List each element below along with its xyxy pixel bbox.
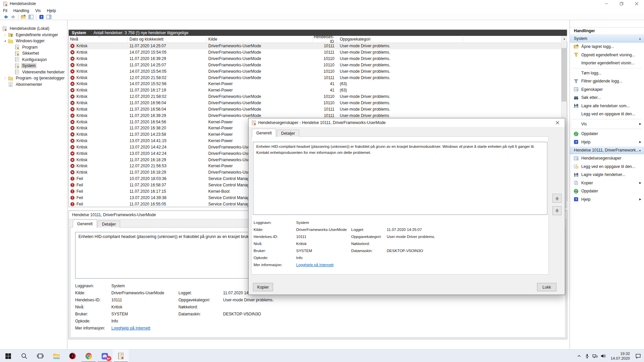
action-oppdater[interactable]: Oppdater xyxy=(570,130,644,138)
tab-detaljer[interactable]: Detaljer xyxy=(277,130,299,137)
event-row[interactable]: Kritisk12.07.2020 21:58:02DriverFramewor… xyxy=(69,94,561,100)
action-section-system[interactable]: System▲ xyxy=(570,35,644,43)
event-row[interactable]: Kritisk11.07.2020 14:25:07DriverFramewor… xyxy=(69,43,561,49)
properties-icon xyxy=(573,87,579,92)
event-row[interactable]: Kritisk11.07.2020 16:39:29DriverFramewor… xyxy=(69,56,561,62)
scroll-up-icon[interactable]: ▲ xyxy=(561,36,567,42)
taskbar-chrome-icon[interactable] xyxy=(80,350,97,362)
tree-item-konfigurasjon[interactable]: Konfigurasjon xyxy=(0,57,67,63)
action-oppdater[interactable]: Oppdater xyxy=(570,187,644,195)
event-row[interactable]: Kritisk11.07.2020 16:56:04DriverFramewor… xyxy=(69,100,561,106)
taskbar-start-button[interactable] xyxy=(0,350,16,362)
menu-vis[interactable]: Vis xyxy=(32,7,44,14)
column-header-oppgavekategori[interactable]: Oppgavekategori xyxy=(337,36,463,43)
tab-generelt[interactable]: Generelt xyxy=(73,220,97,228)
action-hjelp[interactable]: ?Hjelp▶ xyxy=(570,138,644,146)
action-label: Legg ved en oppgave til den... xyxy=(581,164,644,169)
log-help-link[interactable]: Logghjelp på Internett xyxy=(296,263,351,267)
action-importer-egendefinert-visnin[interactable]: Importer egendefinert visnin... xyxy=(570,59,644,67)
notification-badge: 9+ xyxy=(106,356,111,361)
taskbar-red-app-icon[interactable] xyxy=(64,350,80,362)
action-legg-ved-en-oppgave-til-den[interactable]: Legg ved en oppgave til den... xyxy=(570,110,644,118)
back-icon[interactable] xyxy=(2,14,9,20)
tree-item-windows-logger[interactable]: Windows-logger xyxy=(0,38,67,44)
chevron-down-icon[interactable] xyxy=(2,39,8,43)
action-hjelp[interactable]: ?Hjelp▶ xyxy=(570,195,644,204)
dialog-title: Hendelsesegenskaper - Hendelse 10111, Dr… xyxy=(258,120,386,125)
tree-item-videresendte-hendelser[interactable]: Videresendte hendelser xyxy=(0,69,67,75)
menu-hjelp[interactable]: Hjelp xyxy=(44,7,59,14)
log-help-link[interactable]: Logghjelp på Internett xyxy=(111,326,178,330)
datetime-cell: 13.07.2020 14:41:15 xyxy=(127,138,206,143)
taskbar-search-icon[interactable] xyxy=(16,350,32,362)
datetime-cell: 14.07.2020 15:54:05 xyxy=(127,50,206,55)
taskbar-task-view-icon[interactable] xyxy=(32,350,48,362)
taskbar-clock[interactable]: 19:32 14.07.2020 xyxy=(607,351,632,361)
chevron-right-icon[interactable] xyxy=(2,33,8,37)
chevron-right-icon[interactable] xyxy=(2,76,8,80)
taskbar-discord-icon[interactable]: 9+ xyxy=(97,350,113,362)
tree-item-program[interactable]: Program xyxy=(0,44,67,51)
previous-event-button[interactable] xyxy=(552,194,561,203)
action-lagre-alle-hendelser-som[interactable]: Lagre alle hendelser som... xyxy=(570,102,644,110)
collapse-icon[interactable]: ▲ xyxy=(639,149,641,152)
action-kopier[interactable]: Kopier▶ xyxy=(570,179,644,187)
forward-icon[interactable] xyxy=(9,14,17,20)
action-pne-lagret-logg[interactable]: Åpne lagret logg... xyxy=(570,43,644,51)
event-viewer-icon xyxy=(2,1,8,6)
tab-generelt[interactable]: Generelt xyxy=(252,129,276,137)
restore-button[interactable] xyxy=(614,0,629,7)
column-header-kilde[interactable]: Kilde xyxy=(206,36,313,43)
action-center-icon[interactable] xyxy=(632,350,644,362)
menu-fil[interactable]: Fil xyxy=(0,7,10,14)
tree-item-hendelsesliste-lokal[interactable]: Hendelsesliste (Lokal) xyxy=(0,25,67,32)
close-dialog-button[interactable]: Lukk xyxy=(537,283,556,291)
tree-item-abonnementer[interactable]: Abonnementer xyxy=(0,81,67,88)
copy-button[interactable]: Kopier xyxy=(253,283,273,291)
action-legg-ved-en-oppgave-til-den[interactable]: Legg ved en oppgave til den... xyxy=(570,163,644,171)
event-description[interactable]: Enheten HID-compliant headset (plasserin… xyxy=(253,142,547,215)
event-row[interactable]: Kritisk11.07.2020 14:25:07DriverFramewor… xyxy=(69,62,561,68)
action-egenskaper[interactable]: Egenskaper xyxy=(570,85,644,94)
scroll-thumb[interactable] xyxy=(561,48,567,102)
help-icon[interactable]: ? xyxy=(38,14,45,20)
chevron-up-icon[interactable] xyxy=(575,350,583,362)
action-opprett-egendefinert-visning[interactable]: Opprett egendefinert visning... xyxy=(570,51,644,59)
action-pane-icon[interactable] xyxy=(45,14,52,20)
event-row[interactable]: Kritisk14.07.2020 15:54:05DriverFramewor… xyxy=(69,68,561,74)
column-header-dato-og-klokkeslett[interactable]: Dato og klokkeslett xyxy=(127,36,206,43)
minimize-button[interactable] xyxy=(599,0,614,7)
action-section-hendelse-10111-driverframework[interactable]: Hendelse 10111, DriverFramework...▲ xyxy=(570,146,644,154)
column-header-hendelses-id[interactable]: Hendelses-ID xyxy=(313,36,337,43)
close-button[interactable] xyxy=(629,0,644,7)
network-icon[interactable] xyxy=(591,350,599,362)
next-event-button[interactable] xyxy=(552,206,561,215)
action-s-k-etter[interactable]: Søk etter... xyxy=(570,94,644,102)
console-tree-icon[interactable] xyxy=(27,14,35,20)
dialog-close-button[interactable] xyxy=(550,118,565,127)
action-hendelsesegenskaper[interactable]: Hendelsesegenskaper xyxy=(570,154,644,163)
taskbar-event-viewer-task-icon[interactable] xyxy=(113,350,129,362)
action-lagre-valgte-hendelser[interactable]: Lagre valgte hendelser... xyxy=(570,171,644,179)
tree-item-system[interactable]: System xyxy=(0,63,67,69)
volume-icon[interactable] xyxy=(599,350,607,362)
tree-item-sikkerhet[interactable]: Sikkerhet xyxy=(0,50,67,57)
event-row[interactable]: Kritisk14.07.2020 15:52:56Kernel-Power41… xyxy=(69,81,561,87)
open-folder-icon[interactable] xyxy=(20,14,27,20)
tab-detaljer[interactable]: Detaljer xyxy=(98,221,120,228)
microphone-icon[interactable] xyxy=(583,350,591,362)
event-row[interactable]: Kritisk12.07.2020 21:58:02DriverFramewor… xyxy=(69,74,561,81)
taskbar-file-explorer-icon[interactable] xyxy=(48,350,64,362)
collapse-icon[interactable]: ▲ xyxy=(639,37,641,40)
event-row[interactable]: Kritisk14.07.2020 15:54:05DriverFramewor… xyxy=(69,49,561,56)
menu-handling[interactable]: Handling xyxy=(10,7,32,14)
tree-item-egendefinerte-visninger[interactable]: Egendefinerte visninger xyxy=(0,32,67,38)
action-t-m-logg[interactable]: Tøm logg... xyxy=(570,69,644,77)
event-row[interactable]: Kritisk11.07.2020 16:56:04DriverFramewor… xyxy=(69,106,561,112)
action-vis[interactable]: Vis▶ xyxy=(570,120,644,128)
tree-item-program-og-tjenestelogger[interactable]: Program- og tjenestelogger xyxy=(0,75,67,81)
dialog-titlebar: Hendelsesegenskaper - Hendelse 10111, Dr… xyxy=(249,118,565,127)
action-filtrer-gjeldende-logg[interactable]: Filtrer gjeldende logg... xyxy=(570,77,644,85)
category-cell: User-mode Driver problems. xyxy=(337,107,463,112)
event-row[interactable]: Kritisk11.07.2020 16:17:19Kernel-Power41… xyxy=(69,87,561,94)
